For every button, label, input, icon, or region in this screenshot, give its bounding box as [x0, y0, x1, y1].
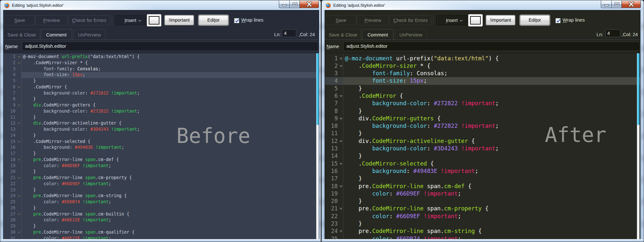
code-line: font-family: Consolas; — [343, 70, 640, 77]
code-line: font-size: 15px; — [22, 72, 319, 78]
fold-arrow-icon[interactable] — [18, 123, 20, 125]
code-line: } — [343, 220, 640, 227]
checkmark-icon — [234, 18, 240, 24]
comment-button[interactable]: Comment — [362, 29, 393, 40]
wrap-lines-label[interactable]: Wrap lines — [563, 15, 585, 25]
wrap-lines-checkbox[interactable] — [555, 18, 561, 23]
fold-arrow-icon[interactable] — [339, 58, 343, 60]
line-number: 30 — [4, 229, 22, 236]
minimize-button[interactable] — [279, 1, 289, 8]
comment-button[interactable]: Comment — [41, 29, 72, 40]
important-button[interactable]: !important — [486, 15, 515, 25]
fold-arrow-icon[interactable] — [18, 86, 20, 88]
save-button[interactable]: Save — [4, 15, 35, 25]
wrap-lines-label[interactable]: Wrap lines — [241, 15, 263, 25]
window-controls — [279, 1, 319, 8]
editor-button[interactable]: Editor — [520, 15, 550, 25]
code-line: color: #66D9EF !important; — [343, 190, 640, 197]
maximize-button[interactable] — [289, 1, 300, 8]
code-line: color: #A6E22E !important; — [22, 236, 319, 240]
code-line: } — [22, 151, 319, 157]
close-button[interactable] — [622, 1, 641, 8]
vertical-scrollbar[interactable] — [316, 53, 319, 239]
line-number: 12 — [4, 120, 22, 126]
fold-arrow-icon[interactable] — [339, 140, 343, 143]
scrollbar-thumb[interactable] — [316, 53, 319, 125]
code-line: pre.CodeMirror-line span.cm-string { — [343, 227, 640, 235]
fold-arrow-icon[interactable] — [18, 232, 20, 234]
code-editor[interactable]: 1234567891011121314151617181920212223242… — [325, 53, 640, 239]
insert-dropdown[interactable]: Insert — [436, 15, 467, 25]
line-number: 29 — [4, 223, 22, 229]
fold-arrow-icon[interactable] — [339, 186, 343, 188]
titlebar[interactable]: Editing 'adjust.Stylish.editor' — [322, 0, 643, 10]
maximize-button[interactable] — [611, 1, 622, 8]
save-and-close-button[interactable]: Save & Close — [325, 29, 361, 40]
check-for-errors-button[interactable]: Check for Errors — [390, 15, 431, 25]
insert-dropdown[interactable]: Insert — [115, 15, 146, 25]
toolbar: Save Preview Check for Errors Insert !im… — [4, 10, 319, 53]
line-number-input[interactable]: 4 — [282, 29, 296, 37]
color-swatch-button[interactable] — [468, 14, 483, 26]
preview-button[interactable]: Preview — [35, 15, 68, 25]
fold-arrow-icon[interactable] — [339, 208, 343, 210]
code-lines: @-moz-document url-prefix("data:text/htm… — [22, 54, 319, 239]
fold-arrow-icon[interactable] — [18, 214, 20, 216]
line-number-input[interactable]: 4 — [605, 29, 620, 37]
code-line: color: #66D9EF !important; — [22, 181, 319, 187]
fold-arrow-icon[interactable] — [339, 118, 343, 120]
code-line: } — [22, 223, 319, 229]
line-number: 2 — [325, 62, 343, 70]
line-col-indicator: Ln: 4 ,Col: 24 — [550, 29, 640, 40]
code-line: @-moz-document url-prefix("data:text/htm… — [22, 54, 319, 60]
fold-arrow-icon[interactable] — [18, 177, 20, 179]
line-number: 25 — [325, 235, 343, 239]
fold-arrow-icon[interactable] — [18, 105, 20, 106]
minimize-button[interactable] — [601, 1, 611, 8]
titlebar[interactable]: Editing 'adjust.Stylish.editor' — [1, 0, 320, 10]
line-number: 27 — [4, 211, 22, 217]
color-swatch-button[interactable] — [147, 14, 161, 26]
name-row: Name adjust.Stylish.editor — [325, 42, 640, 53]
save-and-close-button[interactable]: Save & Close — [4, 29, 40, 40]
fold-arrow-icon[interactable] — [339, 163, 343, 165]
scrollbar-thumb[interactable] — [637, 53, 639, 125]
fold-arrow-icon[interactable] — [339, 65, 343, 67]
vertical-scrollbar[interactable] — [637, 53, 639, 239]
unpreview-button[interactable]: UnPerview — [74, 29, 105, 40]
style-name-input[interactable]: adjust.Stylish.editor — [22, 42, 318, 51]
line-number: 5 — [4, 78, 22, 84]
save-button[interactable]: Save — [326, 15, 356, 25]
toolbar-separator — [112, 15, 112, 25]
window-title: Editing 'adjust.Stylish.editor' — [12, 0, 64, 10]
code-line: .CodeMirror-sizer * { — [22, 60, 319, 66]
close-button[interactable] — [300, 1, 319, 8]
wrap-lines-checkbox[interactable] — [234, 18, 239, 23]
line-number: 17 — [325, 175, 343, 182]
fold-arrow-icon[interactable] — [18, 159, 20, 161]
fold-arrow-icon[interactable] — [339, 95, 343, 97]
line-number: 11 — [325, 130, 343, 137]
fold-arrow-icon[interactable] — [18, 195, 20, 197]
code-line: } — [22, 205, 319, 211]
style-name-input[interactable]: adjust.Stylish.editor — [343, 42, 640, 51]
fold-arrow-icon[interactable] — [18, 56, 20, 58]
editor-button[interactable]: Editor — [199, 15, 228, 25]
important-button[interactable]: !important — [165, 15, 194, 25]
fold-arrow-icon[interactable] — [339, 230, 343, 233]
check-for-errors-button[interactable]: Check for Errors — [68, 15, 110, 25]
fold-arrow-icon[interactable] — [18, 62, 20, 64]
unpreview-button[interactable]: UnPerview — [395, 29, 427, 40]
code-line: div.CodeMirror-gutters { — [22, 102, 319, 108]
code-line: } — [343, 85, 640, 92]
window-title: Editing 'adjust.Stylish.editor' — [333, 0, 385, 10]
preview-button[interactable]: Preview — [357, 15, 389, 25]
insert-label: Insert — [125, 18, 137, 23]
line-number: 13 — [325, 145, 343, 152]
editor-window-before: Editing 'adjust.Stylish.editor' — [0, 0, 321, 242]
line-number: 18 — [4, 157, 22, 163]
code-line: .CodeMirror { — [22, 84, 319, 90]
fold-arrow-icon[interactable] — [18, 141, 20, 143]
code-editor[interactable]: 1234567891011121314151617181920212223242… — [4, 53, 319, 239]
name-label: Name — [327, 42, 339, 52]
